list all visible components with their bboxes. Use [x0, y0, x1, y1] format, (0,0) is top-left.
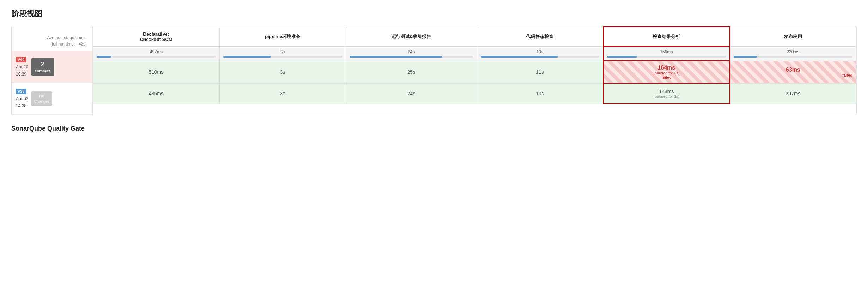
run-row-40[interactable]: #40 Apr 10 10:39 2 commits [12, 51, 92, 83]
cell-40-5: 164ms (paused for 2s) failed [603, 61, 730, 83]
avg-col2: 3s [219, 46, 346, 61]
col-header-3: 运行测试&收集报告 [346, 27, 477, 46]
cell-38-5: 148ms (paused for 1s) [603, 83, 730, 104]
cell-38-3: 24s [346, 83, 477, 104]
cell-sub-38-5: (paused for 1s) [653, 94, 679, 98]
cell-wrapper-38-5: 148ms (paused for 1s) [607, 89, 726, 98]
cell-38-1: 485ms [93, 83, 220, 104]
stage-table: Declarative:Checkout SCM pipeline环境准备 运行… [93, 26, 856, 104]
header-row: Declarative:Checkout SCM pipeline环境准备 运行… [93, 27, 856, 46]
cell-40-2: 3s [219, 61, 346, 83]
run-badge-40[interactable]: #40 [16, 57, 26, 62]
run-info-40: Apr 10 10:39 [16, 64, 28, 77]
avg-col6: 230ms [730, 46, 856, 61]
run-badge-38[interactable]: #38 [16, 89, 26, 94]
bottom-title: SonarQube Quality Gate [11, 125, 857, 132]
col-header-4: 代码静态检查 [477, 27, 603, 46]
commits-count-40: 2 [41, 60, 44, 68]
cell-38-6: 397ms [730, 83, 856, 104]
run-date-38: Apr 02 [16, 96, 28, 102]
failed-time-40-5: 164ms [658, 65, 675, 71]
avg-col3: 24s [346, 46, 477, 61]
avg-label-line2: (full run time: ~42s) [17, 41, 87, 47]
run-date-40: Apr 10 [16, 64, 28, 71]
left-panel: Average stage times: (full run time: ~42… [12, 26, 93, 115]
avg-col1: 497ms [93, 46, 220, 61]
col-header-6: 发布应用 [730, 27, 856, 46]
failed-label-40-6: failed [734, 73, 852, 77]
run-row-38[interactable]: #38 Apr 02 14:28 NoChanges [12, 83, 92, 115]
col-header-2: pipeline环境准备 [219, 27, 346, 46]
cell-40-3: 25s [346, 61, 477, 83]
run-no-changes-38: NoChanges [31, 91, 52, 106]
cell-40-4: 11s [477, 61, 603, 83]
cell-38-2: 3s [219, 83, 346, 104]
avg-label-line1: Average stage times: [17, 35, 87, 41]
cell-time-38-5: 148ms [659, 89, 674, 94]
stage-view: Average stage times: (full run time: ~42… [11, 26, 857, 115]
data-row-38[interactable]: 485ms 3s 24s 10s 148ms (paused for 1s) 3… [93, 83, 856, 104]
avg-label: Average stage times: (full run time: ~42… [12, 26, 92, 51]
avg-row: 497ms 3s 24s 10s [93, 46, 856, 61]
failed-cell-40-5: 164ms (paused for 2s) failed [607, 65, 726, 79]
avg-col5: 156ms [603, 46, 730, 61]
failed-cell-40-6: 63ms failed [734, 67, 852, 77]
run-info-38: Apr 02 14:28 [16, 96, 28, 109]
cell-40-6: 63ms failed [730, 61, 856, 83]
stage-grid: Declarative:Checkout SCM pipeline环境准备 运行… [93, 26, 856, 104]
col-header-1: Declarative:Checkout SCM [93, 27, 220, 46]
col-header-5: 检查结果分析 [603, 27, 730, 46]
avg-col4: 10s [477, 46, 603, 61]
run-commits-40[interactable]: 2 commits [31, 58, 54, 76]
commits-label-40: commits [35, 68, 50, 73]
data-row-40[interactable]: 510ms 3s 25s 11s 164ms (paused for 2s) f… [93, 61, 856, 83]
cell-38-4: 10s [477, 83, 603, 104]
run-time-38: 14:28 [16, 103, 28, 109]
failed-label-40-5: failed [661, 75, 672, 79]
page-title: 阶段视图 [11, 8, 857, 19]
cell-40-1: 510ms [93, 61, 220, 83]
failed-time-40-6: 63ms [786, 67, 800, 73]
run-time-40: 10:39 [16, 71, 28, 78]
failed-paused-40-5: (paused for 2s) [653, 71, 679, 75]
